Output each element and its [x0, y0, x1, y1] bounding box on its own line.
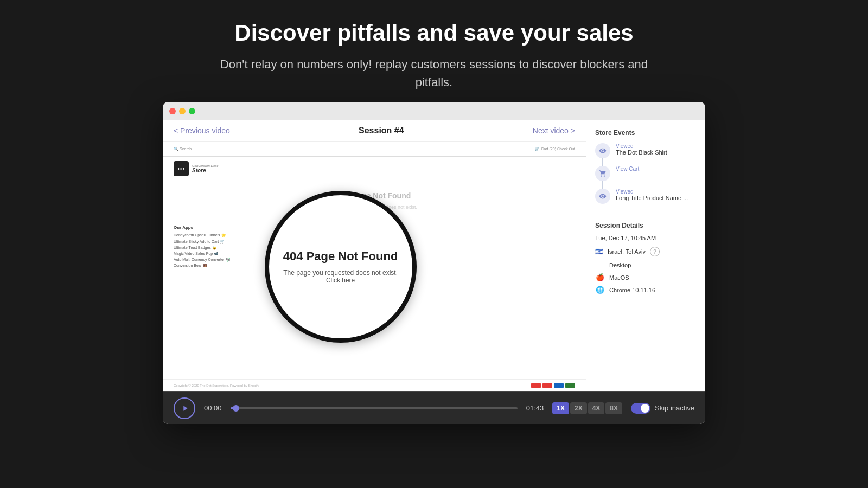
session-os-row: 🍎 MacOS	[595, 273, 697, 281]
event-item-1: Viewed The Dot Black Shirt	[595, 143, 697, 158]
progress-dot	[233, 405, 239, 412]
session-browser-row: 🌐 Chrome 10.11.16	[595, 286, 697, 294]
session-datetime: Tue, Dec 17, 10:45 AM	[595, 235, 697, 241]
session-location-row: 🇮🇱 Israel, Tel Aviv ?	[595, 247, 697, 256]
event-list: Viewed The Dot Black Shirt View Cart	[595, 143, 697, 204]
store-page-mock: 🔍 Search 🛒 Cart (20) Check Out CB Conver…	[163, 142, 586, 391]
chrome-icon: 🌐	[595, 286, 605, 294]
view-icon-2	[595, 189, 610, 204]
store-events-title: Store Events	[595, 129, 697, 137]
visa-icon	[531, 383, 541, 388]
session-browser: Chrome 10.11.16	[609, 287, 655, 293]
store-logo-area: CB Conversion Bear Store	[163, 157, 586, 181]
header-section: Discover pitfalls and save your sales Do…	[190, 0, 678, 102]
browser-window: < Previous video Session #4 Next video >…	[163, 102, 705, 424]
store-footer: Copyright © 2020 The Dot Superstore. Pow…	[163, 379, 586, 391]
info-icon[interactable]: ?	[650, 247, 660, 256]
store-logo-name: Store	[192, 168, 206, 174]
paypal-icon	[565, 383, 575, 388]
dot-green	[189, 108, 195, 114]
browser-content: < Previous video Session #4 Next video >…	[163, 120, 705, 391]
session-device: Desktop	[609, 262, 631, 268]
replay-viewport: 🔍 Search 🛒 Cart (20) Check Out CB Conver…	[163, 142, 586, 391]
time-current: 00:00	[204, 404, 222, 412]
magnifier-circle: 404 Page Not Found The page you requeste…	[265, 191, 417, 343]
event-details-2: View Cart	[616, 166, 639, 172]
event-label-3: Viewed	[616, 189, 688, 195]
sidebar: Store Events Viewed The Dot Black Shirt	[586, 120, 705, 391]
video-area: < Previous video Session #4 Next video >…	[163, 120, 586, 391]
view-icon-1	[595, 143, 610, 158]
session-os: MacOS	[609, 274, 629, 281]
page-title: Discover pitfalls and save your sales	[201, 20, 667, 47]
cart-icon	[595, 166, 610, 181]
event-item-2: View Cart	[595, 166, 697, 181]
store-nav-bar: 🔍 Search 🛒 Cart (20) Check Out	[163, 142, 586, 157]
dot-red	[169, 108, 176, 114]
session-title: Session #4	[359, 126, 404, 136]
time-total: 01:43	[526, 404, 544, 412]
event-name-1: The Dot Black Shirt	[616, 149, 667, 156]
event-item-3: Viewed Long Title Product Name ...	[595, 189, 697, 204]
skip-label: Skip inactive	[655, 404, 694, 412]
sidebar-divider	[595, 215, 697, 215]
event-details-1: Viewed The Dot Black Shirt	[616, 143, 667, 156]
speed-2x[interactable]: 2X	[570, 402, 587, 414]
flag-icon: 🇮🇱	[595, 248, 603, 255]
magnifier-404-text: The page you requested does not exist. C…	[269, 269, 412, 284]
event-details-3: Viewed Long Title Product Name ...	[616, 189, 688, 201]
event-label-2: View Cart	[616, 166, 639, 172]
toggle-knob	[641, 404, 649, 413]
controls-bar: 00:00 01:43 1X 2X 4X 8X Skip inactive	[163, 391, 705, 424]
session-device-row: 🖥 Desktop	[595, 261, 697, 269]
prev-video-link[interactable]: < Previous video	[174, 126, 230, 135]
speed-1x[interactable]: 1X	[552, 402, 569, 414]
magnifier-404-title: 404 Page Not Found	[283, 249, 398, 264]
store-cart: 🛒 Cart (20) Check Out	[535, 147, 575, 151]
skip-toggle: Skip inactive	[631, 403, 694, 414]
desktop-icon: 🖥	[595, 261, 605, 269]
store-footer-icons	[531, 383, 575, 388]
session-nav: < Previous video Session #4 Next video >	[163, 120, 586, 142]
store-footer-text: Copyright © 2020 The Dot Superstore. Pow…	[174, 384, 259, 387]
session-details-title: Session Details	[595, 222, 697, 229]
store-logo-box: CB	[174, 161, 189, 176]
next-video-link[interactable]: Next video >	[533, 126, 575, 135]
dot-yellow	[179, 108, 186, 114]
mc-icon	[542, 383, 552, 388]
store-logo-text: Conversion Bear Store	[192, 164, 218, 174]
skip-toggle-switch[interactable]	[631, 403, 650, 414]
store-search: 🔍 Search	[174, 147, 192, 151]
amex-icon	[554, 383, 564, 388]
play-button[interactable]	[174, 397, 195, 419]
page-subtitle: Don't relay on numbers only! replay cust…	[201, 55, 667, 91]
event-name-3: Long Title Product Name ...	[616, 195, 688, 201]
apple-icon: 🍎	[595, 273, 605, 281]
speed-4x[interactable]: 4X	[588, 402, 605, 414]
speed-8x[interactable]: 8X	[605, 402, 622, 414]
browser-bar	[163, 102, 705, 120]
session-location: Israel, Tel Aviv	[608, 248, 646, 255]
speed-buttons: 1X 2X 4X 8X	[552, 402, 622, 414]
progress-bar[interactable]	[231, 407, 518, 409]
event-label-1: Viewed	[616, 143, 667, 149]
